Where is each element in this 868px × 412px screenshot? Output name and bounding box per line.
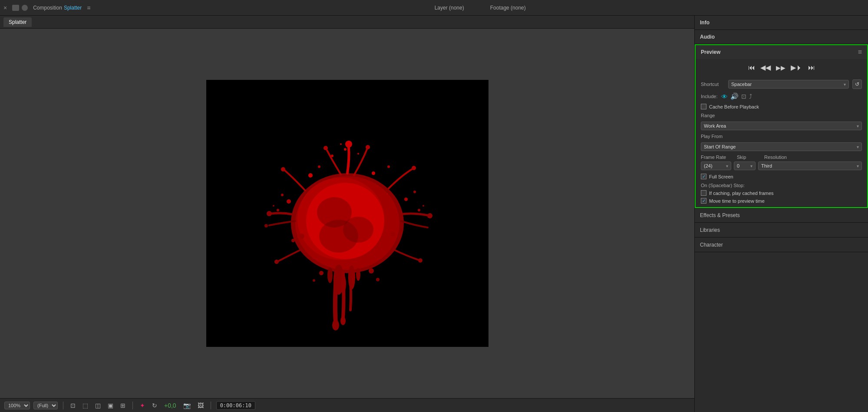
refresh-icon[interactable]: ↻ xyxy=(150,401,159,410)
quality-select[interactable]: (Full) xyxy=(33,402,58,409)
footage-label: Footage (none) xyxy=(490,5,526,11)
skip-dropdown[interactable]: 0 ▾ xyxy=(734,162,756,170)
show-snapshot-icon[interactable]: 🖼 xyxy=(196,401,205,410)
svg-point-19 xyxy=(318,165,320,168)
svg-point-28 xyxy=(319,271,323,275)
preview-title: Preview xyxy=(701,49,720,55)
svg-point-44 xyxy=(418,258,422,263)
preview-menu-icon[interactable]: ≡ xyxy=(858,48,862,56)
timecode[interactable]: 0:00:06:10 xyxy=(216,401,255,410)
range-dropdown[interactable]: Work Area ▾ xyxy=(701,122,862,130)
play-from-dropdown[interactable]: Start Of Range ▾ xyxy=(701,142,862,151)
exposure-value[interactable]: +0,0 xyxy=(162,401,178,410)
include-overflow-icon[interactable]: ⊡ xyxy=(741,93,746,100)
svg-point-37 xyxy=(340,143,342,145)
svg-point-39 xyxy=(273,205,274,207)
step-back-button[interactable]: ◀◀ xyxy=(759,63,772,73)
audio-header[interactable]: Audio xyxy=(695,30,868,44)
svg-point-13 xyxy=(366,145,370,149)
full-screen-row: Full Screen xyxy=(701,174,862,179)
frame-rate-dropdown[interactable]: (24) ▾ xyxy=(701,162,731,170)
fit-to-frame-icon[interactable]: ⊡ xyxy=(69,401,77,410)
svg-point-17 xyxy=(427,213,432,218)
pixel-aspect-icon[interactable]: ▣ xyxy=(106,401,115,410)
composition-label: Composition xyxy=(33,5,62,11)
svg-point-11 xyxy=(340,316,346,325)
include-audio-icon[interactable]: 🔊 xyxy=(730,92,739,100)
tab-splatter[interactable]: Splatter xyxy=(3,17,32,27)
resolution-label: Resolution xyxy=(764,155,862,160)
snapshot-icon[interactable]: 📷 xyxy=(182,401,192,410)
move-time-checkbox[interactable] xyxy=(701,198,706,204)
play-from-value: Start Of Range xyxy=(704,144,736,149)
render-safe-icon[interactable]: ⊞ xyxy=(119,401,127,410)
resolution-dropdown[interactable]: Third ▾ xyxy=(758,162,862,170)
preview-header: Preview ≡ xyxy=(696,45,867,59)
effects-presets-section[interactable]: Effects & Presets xyxy=(695,208,868,223)
frame-rate-label: Frame Rate xyxy=(701,155,733,160)
svg-point-30 xyxy=(299,234,304,239)
transparency-grid-icon[interactable]: ◫ xyxy=(93,401,102,410)
if-caching-row: If caching, play cached frames xyxy=(701,190,862,196)
character-section[interactable]: Character xyxy=(695,237,868,252)
svg-point-43 xyxy=(281,167,285,171)
zoom-select[interactable]: 100% xyxy=(4,402,30,409)
svg-point-8 xyxy=(327,267,333,283)
skip-to-end-button[interactable]: ⏭ xyxy=(807,63,816,73)
skip-chevron: ▾ xyxy=(750,164,752,168)
window-icon-1 xyxy=(12,5,19,11)
main-content: Splatter xyxy=(0,16,868,412)
svg-point-16 xyxy=(264,224,268,227)
step-forward-button[interactable]: ▶▶ xyxy=(775,63,786,72)
svg-point-36 xyxy=(344,148,347,151)
play-from-chevron: ▾ xyxy=(857,145,859,149)
shortcut-chevron: ▾ xyxy=(844,82,846,87)
full-screen-checkbox[interactable] xyxy=(701,174,706,179)
fsr-row: Frame Rate Skip Resolution (24) ▾ 0 ▾ xyxy=(701,155,862,170)
frame-rate-chevron: ▾ xyxy=(726,164,728,168)
play-from-label: Play From xyxy=(701,134,725,139)
canvas-frame xyxy=(206,80,488,347)
audio-label: Audio xyxy=(700,34,715,40)
skip-to-start-button[interactable]: ⏮ xyxy=(747,63,756,73)
include-icons: 👁 🔊 ⊡ ⤴ xyxy=(721,92,752,100)
svg-point-12 xyxy=(345,141,352,148)
effects-presets-label: Effects & Presets xyxy=(700,212,740,218)
range-value: Work Area xyxy=(704,123,726,129)
include-label: Include: xyxy=(701,94,718,99)
zoom-group: 100% xyxy=(4,402,30,409)
skip-value: 0 xyxy=(737,163,739,168)
svg-point-21 xyxy=(387,165,390,168)
move-time-row: Move time to preview time xyxy=(701,198,862,204)
shortcut-reset-button[interactable]: ↺ xyxy=(852,79,862,89)
svg-point-41 xyxy=(422,205,424,207)
svg-point-27 xyxy=(376,278,380,281)
cache-checkbox[interactable] xyxy=(701,104,706,109)
color-profile-icon[interactable]: ✦ xyxy=(138,401,147,410)
svg-point-25 xyxy=(413,191,416,193)
composition-name[interactable]: Splatter xyxy=(64,5,82,11)
play-button[interactable]: ▶⏵ xyxy=(790,63,804,73)
range-label: Range xyxy=(701,113,725,118)
move-time-label: Move time to preview time xyxy=(709,198,765,204)
svg-point-32 xyxy=(391,232,395,236)
bottom-bar: 100% (Full) ⊡ ⬚ ◫ ▣ ⊞ ✦ ↻ +0,0 📷 🖼 0:00:… xyxy=(0,398,694,412)
if-caching-checkbox[interactable] xyxy=(701,190,706,196)
fsr-labels: Frame Rate Skip Resolution xyxy=(701,155,862,160)
if-caching-label: If caching, play cached frames xyxy=(709,191,774,196)
full-screen-label: Full Screen xyxy=(709,174,733,179)
composition-menu-icon[interactable]: ≡ xyxy=(87,4,90,11)
skip-label: Skip xyxy=(737,155,761,160)
shortcut-dropdown[interactable]: Spacebar ▾ xyxy=(728,80,849,89)
stop-section: On (Spacebar) Stop: If caching, play cac… xyxy=(701,183,862,204)
viewer-area xyxy=(0,29,694,398)
cache-row: Cache Before Playback xyxy=(701,104,862,109)
region-of-interest-icon[interactable]: ⬚ xyxy=(81,401,90,410)
include-export-icon[interactable]: ⤴ xyxy=(749,93,752,100)
close-button[interactable]: × xyxy=(3,4,7,11)
info-header[interactable]: Info xyxy=(695,16,868,30)
libraries-section[interactable]: Libraries xyxy=(695,223,868,237)
svg-point-33 xyxy=(400,228,403,231)
include-video-icon[interactable]: 👁 xyxy=(721,93,728,100)
svg-point-34 xyxy=(331,155,333,157)
